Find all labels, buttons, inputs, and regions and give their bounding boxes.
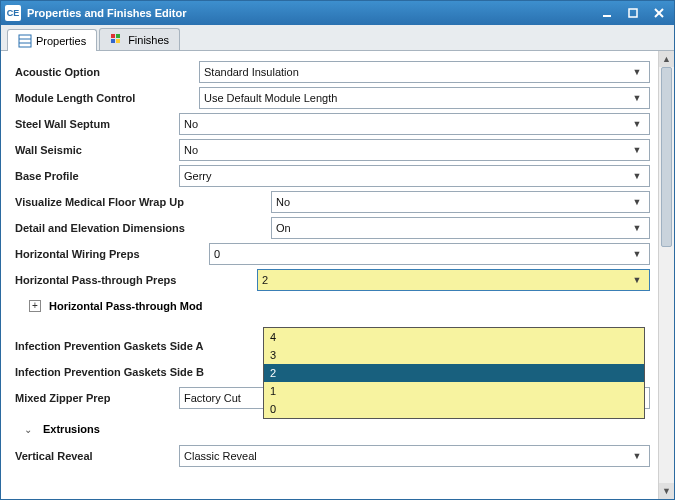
tab-properties[interactable]: Properties <box>7 29 97 51</box>
label-baseprof: Base Profile <box>9 170 179 182</box>
combo-septum[interactable]: No▼ <box>179 113 650 135</box>
scroll-down-button[interactable]: ▼ <box>659 483 674 499</box>
svg-rect-9 <box>111 39 115 43</box>
row-vreveal: Vertical Reveal Classic Reveal▼ <box>9 443 650 469</box>
scroll-track[interactable] <box>659 67 674 483</box>
chevron-down-icon: ▼ <box>629 119 645 129</box>
expand-button[interactable]: + <box>29 300 41 312</box>
vertical-scrollbar[interactable]: ▲ ▼ <box>658 51 674 499</box>
finishes-icon <box>110 33 124 47</box>
window-title: Properties and Finishes Editor <box>27 7 596 19</box>
chevron-down-icon: ▼ <box>629 197 645 207</box>
label-vismed: Visualize Medical Floor Wrap Up <box>9 196 271 208</box>
chevron-down-icon: ▼ <box>629 145 645 155</box>
section-extrusions-label: Extrusions <box>43 423 100 435</box>
label-hpass: Horizontal Pass-through Preps <box>9 274 257 286</box>
tab-properties-label: Properties <box>36 35 86 47</box>
section-extrusions[interactable]: ⌄ Extrusions <box>9 415 650 443</box>
row-seismic: Wall Seismic No▼ <box>9 137 650 163</box>
maximize-button[interactable] <box>622 5 644 21</box>
label-vreveal: Vertical Reveal <box>9 450 179 462</box>
dropdown-option[interactable]: 0 <box>264 400 644 418</box>
chevron-down-icon: ▼ <box>629 223 645 233</box>
row-hwire: Horizontal Wiring Preps 0▼ <box>9 241 650 267</box>
tree-row-hpass-mod: + Horizontal Pass-through Mod <box>9 293 650 319</box>
label-septum: Steel Wall Septum <box>9 118 179 130</box>
svg-rect-1 <box>629 9 637 17</box>
svg-rect-8 <box>116 34 120 38</box>
label-detelev: Detail and Elevation Dimensions <box>9 222 271 234</box>
chevron-down-icon: ▼ <box>629 275 645 285</box>
dropdown-option[interactable]: 3 <box>264 346 644 364</box>
label-hwire: Horizontal Wiring Preps <box>9 248 209 260</box>
chevron-down-icon: ⌄ <box>21 424 35 435</box>
chevron-down-icon: ▼ <box>629 93 645 103</box>
combo-modlen[interactable]: Use Default Module Length▼ <box>199 87 650 109</box>
combo-detelev[interactable]: On▼ <box>271 217 650 239</box>
combo-acoustic[interactable]: Standard Insulation▼ <box>199 61 650 83</box>
dropdown-hpass-list[interactable]: 4 3 2 1 0 <box>263 327 645 419</box>
minimize-button[interactable] <box>596 5 618 21</box>
combo-baseprof[interactable]: Gerry▼ <box>179 165 650 187</box>
row-vismed: Visualize Medical Floor Wrap Up No▼ <box>9 189 650 215</box>
content-area: Acoustic Option Standard Insulation▼ Mod… <box>1 51 674 499</box>
label-modlen: Module Length Control <box>9 92 199 104</box>
combo-hpass[interactable]: 2▼ <box>257 269 650 291</box>
svg-rect-4 <box>19 35 31 47</box>
close-button[interactable] <box>648 5 670 21</box>
app-icon: CE <box>5 5 21 21</box>
dropdown-option[interactable]: 1 <box>264 382 644 400</box>
row-acoustic: Acoustic Option Standard Insulation▼ <box>9 59 650 85</box>
combo-seismic[interactable]: No▼ <box>179 139 650 161</box>
row-detelev: Detail and Elevation Dimensions On▼ <box>9 215 650 241</box>
tab-finishes[interactable]: Finishes <box>99 28 180 50</box>
label-zipper: Mixed Zipper Prep <box>9 392 179 404</box>
window-root: CE Properties and Finishes Editor Proper… <box>0 0 675 500</box>
combo-vismed[interactable]: No▼ <box>271 191 650 213</box>
tab-bar: Properties Finishes <box>1 25 674 51</box>
row-baseprof: Base Profile Gerry▼ <box>9 163 650 189</box>
properties-icon <box>18 34 32 48</box>
chevron-down-icon: ▼ <box>629 249 645 259</box>
tab-finishes-label: Finishes <box>128 34 169 46</box>
label-seismic: Wall Seismic <box>9 144 179 156</box>
titlebar: CE Properties and Finishes Editor <box>1 1 674 25</box>
row-hpass: Horizontal Pass-through Preps 2▼ <box>9 267 650 293</box>
dropdown-option-selected[interactable]: 2 <box>264 364 644 382</box>
label-hpass-tree: Horizontal Pass-through Mod <box>49 300 259 312</box>
chevron-down-icon: ▼ <box>629 171 645 181</box>
scroll-pane: Acoustic Option Standard Insulation▼ Mod… <box>1 51 658 499</box>
row-modlen: Module Length Control Use Default Module… <box>9 85 650 111</box>
combo-hwire[interactable]: 0▼ <box>209 243 650 265</box>
dropdown-option[interactable]: 4 <box>264 328 644 346</box>
chevron-down-icon: ▼ <box>629 67 645 77</box>
window-buttons <box>596 5 670 21</box>
row-septum: Steel Wall Septum No▼ <box>9 111 650 137</box>
scroll-thumb[interactable] <box>661 67 672 247</box>
label-acoustic: Acoustic Option <box>9 66 199 78</box>
chevron-down-icon: ▼ <box>629 451 645 461</box>
svg-rect-7 <box>111 34 115 38</box>
combo-vreveal[interactable]: Classic Reveal▼ <box>179 445 650 467</box>
scroll-up-button[interactable]: ▲ <box>659 51 674 67</box>
svg-rect-10 <box>116 39 120 43</box>
